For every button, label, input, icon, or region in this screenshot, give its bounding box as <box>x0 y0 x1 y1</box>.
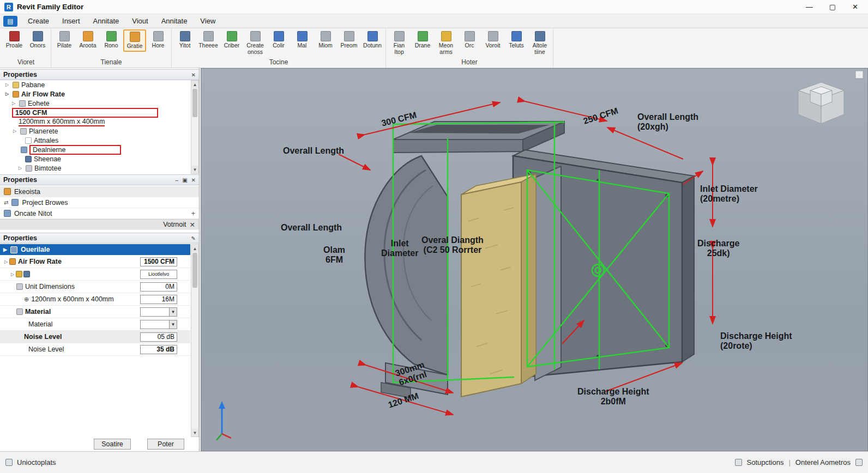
ribbon-button-voroit[interactable]: Voroit <box>481 29 504 51</box>
ribbon-button-colir[interactable]: Colir <box>267 29 290 51</box>
ribbon-button-rono[interactable]: Rono <box>100 29 123 51</box>
property-value[interactable]: 16M <box>140 295 177 304</box>
property-value[interactable]: 35 dB <box>140 345 177 354</box>
chevron-down-icon[interactable]: ▼ <box>169 320 177 329</box>
ribbon-button-mal[interactable]: Mal <box>291 29 314 51</box>
property-row[interactable]: ▷Air Flow Rate1500 CFM <box>0 256 190 268</box>
chevron-down-icon[interactable]: ▼ <box>169 308 177 316</box>
chevron-right-icon[interactable]: ▷ <box>4 259 9 264</box>
tab-view-1[interactable]: Viout <box>126 15 154 27</box>
property-row[interactable]: Material▼ <box>0 318 190 331</box>
tree-item[interactable]: ▷Planerete <box>0 126 190 136</box>
selected-type-row[interactable]: ▶ Ouerilale <box>0 244 190 255</box>
ribbon-button-fian-itop[interactable]: Fian Itop <box>388 29 411 57</box>
close-button[interactable]: ✕ <box>852 3 858 11</box>
ribbon-button-proale[interactable]: Proale <box>3 29 26 51</box>
chevron-right-icon[interactable]: ▷ <box>5 82 10 87</box>
ribbon-button-onors[interactable]: Onors <box>26 29 49 51</box>
tab-annotate[interactable]: Annitate <box>87 15 125 27</box>
ribbon-button-criber[interactable]: Criber <box>220 29 243 51</box>
viewport-corner-box[interactable] <box>855 71 863 78</box>
scroll-up-icon[interactable]: ▲ <box>191 245 198 252</box>
property-row[interactable]: ⊕1200nm x 600nm x 400mm16M <box>0 293 190 306</box>
chevron-right-icon[interactable]: ▶ <box>3 247 7 252</box>
ribbon-button-teluts[interactable]: Teluts <box>505 29 528 51</box>
soatire-button[interactable]: Soatire <box>94 439 131 450</box>
ribbon-button-gratie-selected[interactable]: Gratie <box>123 29 146 52</box>
chevron-right-icon[interactable]: ▷ <box>11 272 16 277</box>
material-dropdown[interactable]: ▼ <box>140 320 177 329</box>
property-value-button[interactable]: Liootlelvo <box>140 270 177 279</box>
property-value[interactable]: 0M <box>140 282 177 292</box>
docked-tab[interactable]: Votrnoit✕ <box>0 219 199 230</box>
maximize-button[interactable]: ▢ <box>829 3 836 11</box>
ribbon-button-hore[interactable]: Hore <box>147 29 170 51</box>
pin-icon[interactable]: ✕ <box>191 72 196 78</box>
ribbon-button-pilate[interactable]: Pilate <box>53 29 76 51</box>
scrollbar-thumb[interactable] <box>192 253 197 288</box>
close-panel-icon[interactable]: ✕ <box>191 177 196 183</box>
property-value[interactable]: 05 dB <box>140 332 177 342</box>
minimize-button[interactable]: — <box>806 3 813 11</box>
browser-row[interactable]: Ekeoista <box>0 186 199 197</box>
close-tab-icon[interactable]: ✕ <box>190 221 195 229</box>
ribbon-button-meon-arms[interactable]: Meon arms <box>435 29 457 57</box>
view-cube[interactable] <box>798 82 844 124</box>
status-right-primary[interactable]: Sotupctions <box>747 458 784 466</box>
file-menu-button[interactable]: ▤ <box>3 16 17 27</box>
ribbon-button-yitot[interactable]: Yitot <box>173 29 196 51</box>
status-checkbox-icon[interactable] <box>5 459 13 466</box>
tree-item[interactable]: ▷Eohete <box>0 99 190 108</box>
scroll-down-icon[interactable]: ▼ <box>191 429 198 436</box>
scroll-up-icon[interactable]: ▲ <box>191 81 198 88</box>
tab-annotate-2[interactable]: Annitate <box>155 15 194 27</box>
tab-view-2[interactable]: View <box>194 15 221 27</box>
minimize-panel-icon[interactable]: ‒ <box>176 177 179 183</box>
ribbon-button-altole-tiine[interactable]: Altole tiine <box>528 29 551 57</box>
tree-item[interactable]: ▷Pabane <box>0 80 190 89</box>
browser-row[interactable]: ⇄Project Browes <box>0 197 199 208</box>
ribbon-button-create-onoss[interactable]: Create onoss <box>244 29 267 57</box>
tree-item[interactable]: Attnales <box>0 136 190 145</box>
property-value[interactable]: 1500 CFM <box>140 257 177 266</box>
property-row[interactable]: ▷Liootlelvo <box>0 268 190 281</box>
3d-viewport[interactable]: 300 CFM Overall Length 250 CFM Overall L… <box>201 68 868 451</box>
tree-item-highlighted[interactable]: Dealnierne <box>0 145 190 154</box>
chevron-right-icon[interactable]: ▷ <box>19 166 23 171</box>
tree-item[interactable]: ▷Air Flow Rate <box>0 89 190 99</box>
property-row[interactable]: Material▼ <box>0 306 190 318</box>
tree-scrollbar[interactable]: ▲ ▼ <box>191 80 199 174</box>
ribbon-button-orc[interactable]: Orc <box>458 29 481 51</box>
ribbon-button-theeee[interactable]: Theeee <box>197 29 220 51</box>
properties-scrollbar[interactable]: ▲ ▼ <box>191 244 199 437</box>
chevron-right-icon[interactable]: ▷ <box>5 92 10 96</box>
status-right-secondary[interactable]: Onterel Aometros <box>795 458 851 466</box>
tree-item[interactable]: Sheenae <box>0 154 190 163</box>
poter-button[interactable]: Poter <box>147 439 184 450</box>
ribbon-button-drane[interactable]: Drane <box>411 29 434 51</box>
property-row[interactable]: Unit Dimensions0M <box>0 281 190 293</box>
property-row[interactable]: Noise Level05 dB <box>0 331 190 343</box>
chevron-right-icon[interactable]: ▷ <box>12 101 17 106</box>
material-dropdown[interactable]: ▼ <box>140 307 177 317</box>
browser-row[interactable]: Oncate Nitot+ <box>0 208 199 219</box>
tree-item[interactable]: ▷Bimtotee <box>0 163 190 173</box>
arrow-left-right-icon[interactable]: ⇄ <box>4 199 8 205</box>
tab-create[interactable]: Create <box>22 15 55 27</box>
tree-item-highlighted[interactable]: 1500 CFM <box>0 108 190 117</box>
ribbon-button-dotunn[interactable]: Dotunn <box>361 29 384 51</box>
edit-icon[interactable]: ✎ <box>191 235 196 241</box>
chevron-right-icon[interactable]: ▷ <box>13 129 18 134</box>
restore-panel-icon[interactable]: ▣ <box>182 177 187 183</box>
property-row[interactable]: Noise Level35 dB <box>0 343 190 356</box>
ribbon-button-aroota[interactable]: Aroota <box>76 29 99 51</box>
scrollbar-thumb[interactable] <box>192 89 197 117</box>
selection-settings-icon[interactable] <box>735 459 742 466</box>
expand-plus-icon[interactable]: + <box>191 210 195 217</box>
tree-item-underlined[interactable]: 1200mm x 600mm x 400mm <box>0 117 190 126</box>
tab-insert[interactable]: Insert <box>56 15 86 27</box>
ribbon-button-miom[interactable]: Miom <box>314 29 337 51</box>
ribbon-button-preom[interactable]: Preom <box>337 29 360 51</box>
checkbox-icon[interactable] <box>25 137 32 144</box>
scroll-down-icon[interactable]: ▼ <box>191 166 198 173</box>
